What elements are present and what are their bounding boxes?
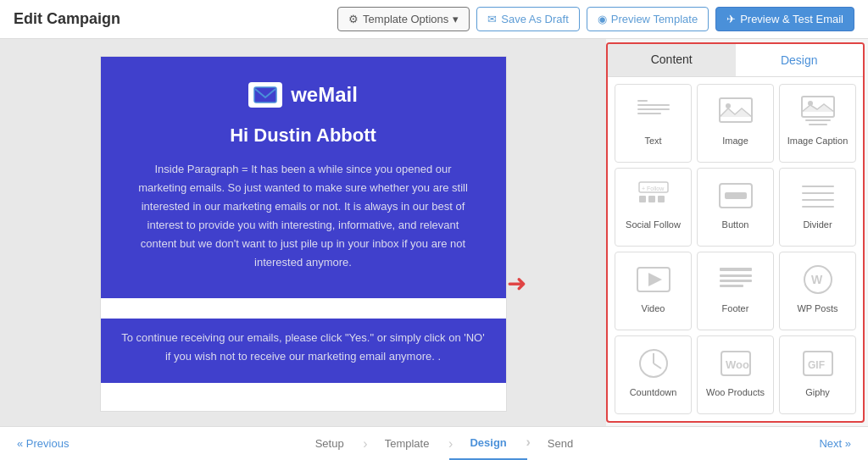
wp-posts-block-label: WP Posts — [797, 303, 837, 313]
giphy-block-label: Giphy — [805, 387, 830, 397]
template-options-button[interactable]: ⚙ Template Options ▾ — [337, 7, 470, 31]
chevron-down-icon: ▾ — [453, 13, 459, 25]
wemail-logo-icon — [248, 82, 282, 108]
svg-line-32 — [654, 363, 661, 369]
content-blocks-grid: Text Image — [608, 77, 863, 421]
svg-rect-17 — [725, 192, 747, 199]
svg-rect-9 — [805, 119, 831, 121]
svg-rect-21 — [802, 206, 834, 208]
svg-rect-2 — [637, 104, 670, 106]
svg-rect-26 — [720, 280, 752, 282]
brand-name: weMail — [291, 83, 358, 107]
wp-posts-icon: W — [793, 259, 843, 300]
svg-rect-1 — [637, 100, 648, 102]
content-block-divider[interactable]: Divider — [779, 168, 856, 247]
tab-content[interactable]: Content — [608, 44, 736, 76]
svg-text:W: W — [811, 273, 823, 286]
step-template[interactable]: Template — [364, 427, 450, 461]
svg-rect-5 — [720, 98, 752, 122]
email-hero-section: weMail Hi Dustin Abbott Inside Paragraph… — [101, 57, 506, 298]
woo-products-block-label: Woo Products — [706, 387, 765, 397]
email-paragraph: Inside Paragraph = It has been a while s… — [135, 160, 472, 273]
svg-marker-23 — [648, 273, 662, 286]
step-setup[interactable]: Setup — [295, 427, 364, 461]
content-block-woo-products[interactable]: Woo Woo Products — [697, 335, 774, 414]
svg-rect-19 — [802, 192, 834, 194]
svg-rect-25 — [720, 274, 752, 277]
next-button[interactable]: Next » — [802, 427, 868, 460]
step-design[interactable]: Design — [449, 427, 526, 461]
svg-rect-20 — [802, 199, 834, 201]
eye-icon: ◉ — [598, 13, 607, 25]
content-block-button[interactable]: Button — [697, 168, 774, 247]
prev-button[interactable]: « Previous — [0, 427, 86, 460]
content-block-image[interactable]: Image — [697, 84, 774, 163]
image-caption-block-label: Image Caption — [787, 136, 849, 146]
save-as-draft-button[interactable]: ✉ Save As Draft — [476, 7, 579, 31]
panel-tabs: Content Design — [608, 44, 863, 77]
step-send[interactable]: Send — [527, 427, 593, 461]
woo-products-icon: Woo — [710, 343, 761, 384]
image-icon — [710, 91, 761, 132]
svg-text:Woo: Woo — [726, 358, 749, 371]
header-actions: ⚙ Template Options ▾ ✉ Save As Draft ◉ P… — [337, 7, 854, 31]
page-title: Edit Campaign — [14, 10, 120, 28]
footer-block-label: Footer — [722, 303, 749, 313]
email-cta-text: To continue receiving our emails, please… — [121, 329, 486, 366]
text-block-label: Text — [644, 136, 661, 146]
email-preview: weMail Hi Dustin Abbott Inside Paragraph… — [100, 56, 507, 412]
video-icon — [628, 259, 679, 300]
breadcrumb-steps: Setup Template Design Send — [86, 427, 802, 461]
content-block-countdown[interactable]: Countdown — [615, 335, 692, 414]
content-block-image-caption[interactable]: Image Caption — [779, 84, 856, 163]
footer-nav: « Previous Setup Template Design Send Ne… — [0, 426, 868, 460]
svg-text:+ Follow: + Follow — [642, 186, 665, 191]
social-follow-block-label: Social Follow — [626, 219, 681, 230]
svg-rect-0 — [254, 87, 276, 103]
email-preview-area: ➜ weMail Hi Dustin Abbott Inside Paragra… — [0, 39, 606, 426]
svg-rect-7 — [802, 97, 834, 117]
svg-rect-15 — [658, 196, 665, 202]
image-caption-icon — [793, 91, 843, 132]
content-block-social-follow[interactable]: + Follow Social Follow — [615, 168, 692, 247]
svg-rect-3 — [637, 108, 670, 110]
button-block-label: Button — [722, 219, 749, 230]
header: Edit Campaign ⚙ Template Options ▾ ✉ Sav… — [0, 0, 868, 39]
email-logo: weMail — [135, 82, 472, 108]
svg-rect-18 — [802, 186, 834, 187]
email-greeting: Hi Dustin Abbott — [135, 125, 472, 147]
social-follow-icon: + Follow — [628, 175, 679, 216]
svg-rect-4 — [637, 113, 661, 114]
countdown-block-label: Countdown — [630, 387, 677, 397]
svg-rect-13 — [639, 196, 646, 202]
send-icon: ✈ — [726, 13, 736, 25]
svg-rect-24 — [720, 268, 752, 271]
svg-rect-14 — [648, 196, 655, 202]
countdown-icon — [628, 343, 679, 384]
content-block-wp-posts[interactable]: W WP Posts — [779, 252, 856, 330]
svg-rect-27 — [720, 285, 743, 287]
content-block-giphy[interactable]: GIF Giphy — [779, 335, 856, 414]
arrow-indicator: ➜ — [507, 269, 526, 297]
button-icon — [710, 175, 761, 216]
svg-text:GIF: GIF — [808, 359, 825, 371]
content-block-video[interactable]: Video — [615, 252, 692, 330]
image-block-label: Image — [722, 136, 748, 146]
gear-icon: ⚙ — [348, 13, 359, 25]
footer-icon — [710, 259, 761, 300]
content-block-text[interactable]: Text — [615, 84, 692, 163]
email-cta-section: To continue receiving our emails, please… — [101, 319, 506, 383]
divider-icon — [793, 175, 843, 216]
text-icon — [628, 91, 679, 132]
preview-template-button[interactable]: ◉ Preview Template — [587, 7, 709, 31]
svg-rect-10 — [809, 124, 827, 125]
divider-block-label: Divider — [803, 219, 832, 230]
video-block-label: Video — [642, 303, 665, 313]
content-block-footer[interactable]: Footer — [697, 252, 774, 330]
save-icon: ✉ — [487, 13, 497, 25]
main-content: ➜ weMail Hi Dustin Abbott Inside Paragra… — [0, 39, 868, 426]
right-panel: Content Design Text — [606, 42, 865, 423]
preview-test-email-button[interactable]: ✈ Preview & Test Email — [715, 7, 854, 31]
giphy-icon: GIF — [793, 343, 843, 384]
tab-design[interactable]: Design — [736, 44, 864, 76]
